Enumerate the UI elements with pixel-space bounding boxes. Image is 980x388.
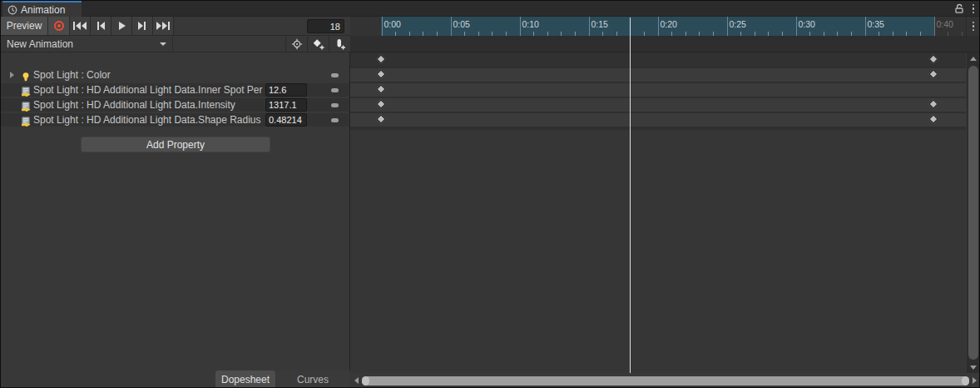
light-icon (21, 70, 32, 80)
play-icon (116, 21, 126, 31)
window-tab-bar: Animation (1, 1, 979, 17)
timeline-ruler[interactable]: 0:000:050:100:150:200:250:300:350:40 (350, 17, 966, 36)
ruler-label: 0:20 (661, 19, 677, 29)
record-icon (54, 21, 64, 31)
grid-row-band (350, 130, 966, 373)
script-icon (21, 85, 32, 95)
ruler-tick (658, 17, 659, 36)
timeline-options-button[interactable] (966, 17, 980, 36)
tab-title: Animation (21, 4, 65, 16)
ruler-tick (589, 17, 590, 36)
property-list-panel: Add Property Spot Light : ColorSpot Ligh… (1, 52, 350, 370)
property-label: Spot Light : Color (33, 69, 111, 81)
tabbar-actions (954, 1, 975, 17)
animation-tab[interactable]: Animation (2, 1, 82, 17)
keyframe-indicator-dot[interactable] (331, 73, 339, 77)
property-label: Spot Light : HD Additional Light Data.In… (33, 84, 263, 96)
current-frame-field[interactable] (307, 19, 344, 33)
keyframe-indicator-dot[interactable] (331, 88, 339, 92)
property-label: Spot Light : HD Additional Light Data.Sh… (33, 114, 261, 126)
grid-row-band (350, 68, 966, 82)
ruler-tick (796, 17, 797, 36)
grid-row-band (350, 53, 966, 67)
playhead-line (630, 17, 631, 373)
ruler-label: 0:00 (384, 19, 401, 29)
script-icon (21, 100, 32, 110)
ruler-tick (451, 17, 452, 36)
chevron-down-icon (160, 42, 166, 46)
timeline-options-icon (973, 22, 975, 32)
property-row[interactable]: Spot Light : HD Additional Light Data.Sh… (1, 113, 349, 127)
record-toggle-button[interactable] (48, 17, 70, 35)
scroll-up-button[interactable] (967, 52, 980, 64)
property-value-field[interactable] (265, 98, 307, 112)
animation-window: Animation Preview 0:000:050:100:150:200:… (0, 0, 980, 388)
arrow-right-icon (973, 377, 977, 384)
arrow-down-icon (970, 366, 977, 370)
next-frame-button[interactable] (132, 17, 153, 35)
horizontal-scrollbar-thumb[interactable] (362, 376, 969, 386)
playback-toolbar: Preview (1, 17, 350, 36)
scroll-down-button[interactable] (967, 361, 980, 373)
vertical-scrollbar (967, 52, 980, 373)
grid-row-band (350, 98, 966, 112)
property-value-field[interactable] (265, 83, 307, 97)
add-keyframe-icon (312, 38, 325, 50)
add-event-icon (334, 38, 346, 50)
last-frame-button[interactable] (153, 17, 174, 35)
ruler-label: 0:15 (591, 19, 608, 29)
previous-frame-icon (95, 21, 106, 31)
unlock-icon[interactable] (954, 3, 964, 14)
zoom-handle-left[interactable] (362, 376, 369, 386)
clip-selector-dropdown[interactable]: New Animation (1, 36, 173, 52)
keyframe-indicator-dot[interactable] (331, 118, 339, 122)
ruler-label: 0:10 (522, 19, 539, 29)
timeline-upper-band (350, 36, 980, 52)
scroll-right-button[interactable] (969, 373, 979, 388)
property-value-field[interactable] (265, 113, 307, 127)
script-icon (21, 115, 32, 125)
grid-row-band (350, 113, 966, 127)
arrow-left-icon (354, 377, 359, 384)
previous-frame-button[interactable] (91, 17, 111, 35)
ruler-tick (382, 17, 383, 36)
property-row[interactable]: Spot Light : Color (1, 68, 349, 82)
play-button[interactable] (111, 17, 132, 35)
dopesheet-grid[interactable] (350, 52, 966, 373)
toolbar-spacer (173, 36, 285, 52)
filter-by-selection-button[interactable] (285, 36, 307, 52)
vertical-scrollbar-thumb[interactable] (968, 66, 978, 360)
property-label: Spot Light : HD Additional Light Data.In… (33, 99, 235, 111)
scroll-left-button[interactable] (351, 373, 361, 388)
add-keyframe-button[interactable] (307, 36, 329, 52)
window-menu-icon[interactable] (973, 4, 975, 14)
ruler-tick (520, 17, 521, 36)
preview-toggle-button[interactable]: Preview (1, 17, 48, 35)
ruler-label: 0:05 (453, 19, 470, 29)
last-frame-icon (156, 21, 171, 31)
ruler-label: 0:40 (937, 19, 953, 29)
horizontal-scrollbar (350, 373, 980, 388)
foldout-arrow-icon[interactable] (10, 72, 14, 78)
next-frame-icon (136, 21, 148, 31)
tab-dopesheet[interactable]: Dopesheet (215, 371, 275, 388)
keyframe-indicator-dot[interactable] (331, 103, 339, 107)
first-frame-icon (72, 21, 87, 31)
clip-toolbar: New Animation (1, 36, 350, 52)
arrow-up-icon (970, 57, 977, 61)
property-row[interactable]: Spot Light : HD Additional Light Data.In… (1, 83, 349, 97)
ruler-tick (727, 17, 728, 36)
grid-row-band (350, 83, 966, 97)
ruler-label: 0:30 (799, 19, 815, 29)
add-event-button[interactable] (329, 36, 350, 52)
first-frame-button[interactable] (70, 17, 91, 35)
property-row[interactable]: Spot Light : HD Additional Light Data.In… (1, 98, 349, 112)
ruler-tick (865, 17, 866, 36)
add-property-button[interactable]: Add Property (81, 137, 270, 152)
ruler-tick (934, 17, 935, 36)
clock-icon (7, 5, 17, 15)
zoom-handle-right[interactable] (962, 376, 969, 386)
tab-curves[interactable]: Curves (276, 371, 349, 388)
selected-clip-label: New Animation (7, 38, 73, 50)
crosshair-icon (291, 38, 303, 50)
